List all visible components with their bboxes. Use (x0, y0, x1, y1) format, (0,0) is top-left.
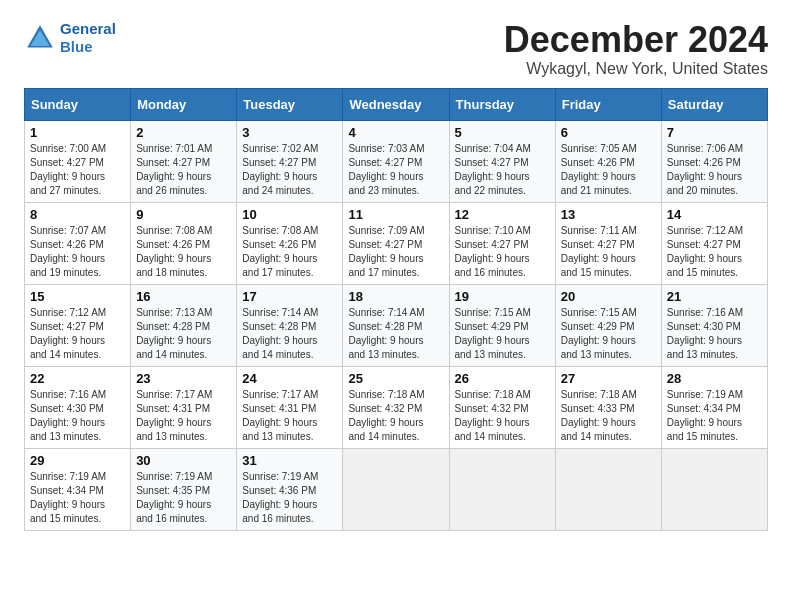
calendar-cell: 30Sunrise: 7:19 AMSunset: 4:35 PMDayligh… (131, 448, 237, 530)
day-info: Sunrise: 7:09 AMSunset: 4:27 PMDaylight:… (348, 224, 443, 280)
calendar-cell: 5Sunrise: 7:04 AMSunset: 4:27 PMDaylight… (449, 120, 555, 202)
calendar-cell: 16Sunrise: 7:13 AMSunset: 4:28 PMDayligh… (131, 284, 237, 366)
day-info: Sunrise: 7:15 AMSunset: 4:29 PMDaylight:… (561, 306, 656, 362)
day-number: 14 (667, 207, 762, 222)
calendar-cell: 21Sunrise: 7:16 AMSunset: 4:30 PMDayligh… (661, 284, 767, 366)
calendar-cell: 26Sunrise: 7:18 AMSunset: 4:32 PMDayligh… (449, 366, 555, 448)
calendar-cell (661, 448, 767, 530)
day-number: 16 (136, 289, 231, 304)
day-info: Sunrise: 7:19 AMSunset: 4:35 PMDaylight:… (136, 470, 231, 526)
day-info: Sunrise: 7:10 AMSunset: 4:27 PMDaylight:… (455, 224, 550, 280)
day-info: Sunrise: 7:15 AMSunset: 4:29 PMDaylight:… (455, 306, 550, 362)
page-title: December 2024 (504, 20, 768, 60)
calendar-cell: 6Sunrise: 7:05 AMSunset: 4:26 PMDaylight… (555, 120, 661, 202)
day-number: 22 (30, 371, 125, 386)
day-info: Sunrise: 7:02 AMSunset: 4:27 PMDaylight:… (242, 142, 337, 198)
day-of-week-thursday: Thursday (449, 88, 555, 120)
calendar-cell: 13Sunrise: 7:11 AMSunset: 4:27 PMDayligh… (555, 202, 661, 284)
day-info: Sunrise: 7:18 AMSunset: 4:33 PMDaylight:… (561, 388, 656, 444)
logo-text: General Blue (60, 20, 116, 56)
day-number: 15 (30, 289, 125, 304)
calendar-week-row: 8Sunrise: 7:07 AMSunset: 4:26 PMDaylight… (25, 202, 768, 284)
calendar-cell: 25Sunrise: 7:18 AMSunset: 4:32 PMDayligh… (343, 366, 449, 448)
calendar-table: SundayMondayTuesdayWednesdayThursdayFrid… (24, 88, 768, 531)
day-info: Sunrise: 7:18 AMSunset: 4:32 PMDaylight:… (348, 388, 443, 444)
title-section: December 2024 Wykagyl, New York, United … (504, 20, 768, 78)
day-number: 23 (136, 371, 231, 386)
day-info: Sunrise: 7:18 AMSunset: 4:32 PMDaylight:… (455, 388, 550, 444)
calendar-cell: 31Sunrise: 7:19 AMSunset: 4:36 PMDayligh… (237, 448, 343, 530)
day-info: Sunrise: 7:12 AMSunset: 4:27 PMDaylight:… (667, 224, 762, 280)
page-subtitle: Wykagyl, New York, United States (504, 60, 768, 78)
day-info: Sunrise: 7:04 AMSunset: 4:27 PMDaylight:… (455, 142, 550, 198)
calendar-cell: 14Sunrise: 7:12 AMSunset: 4:27 PMDayligh… (661, 202, 767, 284)
calendar-cell: 2Sunrise: 7:01 AMSunset: 4:27 PMDaylight… (131, 120, 237, 202)
day-number: 24 (242, 371, 337, 386)
day-info: Sunrise: 7:14 AMSunset: 4:28 PMDaylight:… (348, 306, 443, 362)
calendar-cell: 29Sunrise: 7:19 AMSunset: 4:34 PMDayligh… (25, 448, 131, 530)
day-info: Sunrise: 7:19 AMSunset: 4:34 PMDaylight:… (667, 388, 762, 444)
day-number: 20 (561, 289, 656, 304)
day-number: 27 (561, 371, 656, 386)
day-number: 12 (455, 207, 550, 222)
day-info: Sunrise: 7:13 AMSunset: 4:28 PMDaylight:… (136, 306, 231, 362)
calendar-cell: 15Sunrise: 7:12 AMSunset: 4:27 PMDayligh… (25, 284, 131, 366)
calendar-cell: 18Sunrise: 7:14 AMSunset: 4:28 PMDayligh… (343, 284, 449, 366)
logo-icon (24, 22, 56, 54)
calendar-cell: 17Sunrise: 7:14 AMSunset: 4:28 PMDayligh… (237, 284, 343, 366)
calendar-cell: 28Sunrise: 7:19 AMSunset: 4:34 PMDayligh… (661, 366, 767, 448)
day-number: 19 (455, 289, 550, 304)
calendar-cell: 19Sunrise: 7:15 AMSunset: 4:29 PMDayligh… (449, 284, 555, 366)
calendar-cell: 27Sunrise: 7:18 AMSunset: 4:33 PMDayligh… (555, 366, 661, 448)
day-of-week-friday: Friday (555, 88, 661, 120)
calendar-cell: 11Sunrise: 7:09 AMSunset: 4:27 PMDayligh… (343, 202, 449, 284)
day-info: Sunrise: 7:08 AMSunset: 4:26 PMDaylight:… (136, 224, 231, 280)
day-number: 21 (667, 289, 762, 304)
calendar-cell: 24Sunrise: 7:17 AMSunset: 4:31 PMDayligh… (237, 366, 343, 448)
day-number: 30 (136, 453, 231, 468)
day-number: 29 (30, 453, 125, 468)
calendar-cell: 8Sunrise: 7:07 AMSunset: 4:26 PMDaylight… (25, 202, 131, 284)
calendar-cell (555, 448, 661, 530)
day-info: Sunrise: 7:17 AMSunset: 4:31 PMDaylight:… (136, 388, 231, 444)
calendar-cell: 12Sunrise: 7:10 AMSunset: 4:27 PMDayligh… (449, 202, 555, 284)
day-number: 10 (242, 207, 337, 222)
calendar-cell: 4Sunrise: 7:03 AMSunset: 4:27 PMDaylight… (343, 120, 449, 202)
day-number: 17 (242, 289, 337, 304)
day-number: 31 (242, 453, 337, 468)
day-number: 2 (136, 125, 231, 140)
day-of-week-tuesday: Tuesday (237, 88, 343, 120)
day-number: 3 (242, 125, 337, 140)
day-number: 4 (348, 125, 443, 140)
day-info: Sunrise: 7:16 AMSunset: 4:30 PMDaylight:… (30, 388, 125, 444)
day-info: Sunrise: 7:19 AMSunset: 4:36 PMDaylight:… (242, 470, 337, 526)
day-number: 9 (136, 207, 231, 222)
day-number: 18 (348, 289, 443, 304)
day-of-week-sunday: Sunday (25, 88, 131, 120)
day-info: Sunrise: 7:17 AMSunset: 4:31 PMDaylight:… (242, 388, 337, 444)
day-info: Sunrise: 7:07 AMSunset: 4:26 PMDaylight:… (30, 224, 125, 280)
calendar-week-row: 15Sunrise: 7:12 AMSunset: 4:27 PMDayligh… (25, 284, 768, 366)
calendar-cell: 22Sunrise: 7:16 AMSunset: 4:30 PMDayligh… (25, 366, 131, 448)
calendar-cell: 3Sunrise: 7:02 AMSunset: 4:27 PMDaylight… (237, 120, 343, 202)
day-number: 1 (30, 125, 125, 140)
calendar-cell: 23Sunrise: 7:17 AMSunset: 4:31 PMDayligh… (131, 366, 237, 448)
day-info: Sunrise: 7:12 AMSunset: 4:27 PMDaylight:… (30, 306, 125, 362)
logo: General Blue (24, 20, 116, 56)
logo-line2: Blue (60, 38, 93, 55)
calendar-cell: 7Sunrise: 7:06 AMSunset: 4:26 PMDaylight… (661, 120, 767, 202)
calendar-cell (449, 448, 555, 530)
calendar-cell: 10Sunrise: 7:08 AMSunset: 4:26 PMDayligh… (237, 202, 343, 284)
day-info: Sunrise: 7:08 AMSunset: 4:26 PMDaylight:… (242, 224, 337, 280)
day-number: 6 (561, 125, 656, 140)
day-number: 8 (30, 207, 125, 222)
day-of-week-saturday: Saturday (661, 88, 767, 120)
day-info: Sunrise: 7:03 AMSunset: 4:27 PMDaylight:… (348, 142, 443, 198)
calendar-week-row: 22Sunrise: 7:16 AMSunset: 4:30 PMDayligh… (25, 366, 768, 448)
day-info: Sunrise: 7:00 AMSunset: 4:27 PMDaylight:… (30, 142, 125, 198)
day-number: 25 (348, 371, 443, 386)
day-info: Sunrise: 7:19 AMSunset: 4:34 PMDaylight:… (30, 470, 125, 526)
calendar-week-row: 29Sunrise: 7:19 AMSunset: 4:34 PMDayligh… (25, 448, 768, 530)
day-info: Sunrise: 7:05 AMSunset: 4:26 PMDaylight:… (561, 142, 656, 198)
day-info: Sunrise: 7:14 AMSunset: 4:28 PMDaylight:… (242, 306, 337, 362)
